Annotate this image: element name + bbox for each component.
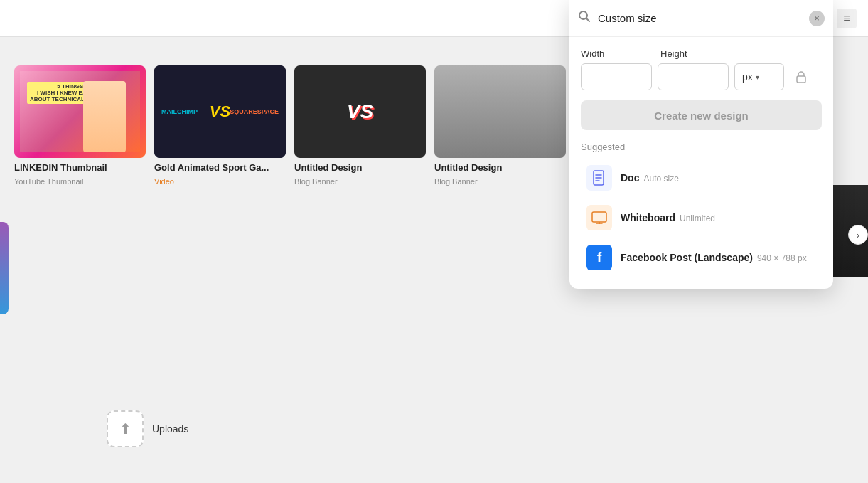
width-input[interactable] [581,63,652,90]
suggested-item-name: Whiteboard [621,212,675,223]
design-card[interactable]: 5 THINGSI WISH I KNEW EARLIERABOUT TECHN… [14,65,146,186]
unit-selector[interactable]: px ▾ [734,63,784,90]
upload-icon: ⬆ [119,420,132,437]
card-subtitle: Blog Banner [434,177,566,186]
width-label: Width [581,48,652,59]
card-title: LINKEDIN Thumbnail [14,162,146,173]
search-icon [578,10,591,26]
height-input[interactable] [658,63,729,90]
design-card[interactable]: mailchimp VS Squarespace Gold Animated S… [154,65,286,186]
suggested-item-facebook[interactable]: f Facebook Post (Landscape) 940 × 788 px [581,238,822,277]
svg-line-1 [586,18,590,22]
facebook-icon: f [586,245,612,270]
card-title: Untitled Design [294,162,426,173]
search-clear-button[interactable]: × [809,11,825,26]
design-card[interactable]: VS Untitled Design Blog Banner [294,65,426,186]
suggested-item-whiteboard[interactable]: Whiteboard Unlimited [581,198,822,238]
suggested-item-name: Doc [621,172,639,184]
suggested-label: Suggested [581,142,822,152]
card-thumbnail-gold: mailchimp VS Squarespace [154,65,286,158]
uploads-section[interactable]: ⬆ Uploads [107,410,188,447]
card-title: Untitled Design [434,162,566,173]
clear-icon: × [814,13,820,23]
size-inputs-row: px ▾ [581,63,822,90]
list-view-icon[interactable]: ≡ [837,9,857,28]
suggested-item-doc[interactable]: Doc Auto size [581,158,822,198]
card-title: Gold Animated Sport Ga... [154,162,286,173]
suggested-item-info: Doc Auto size [621,172,679,184]
unit-label: px [742,71,753,83]
uploads-label: Uploads [152,423,188,435]
search-bar: × [569,0,833,37]
suggested-item-info: Whiteboard Unlimited [621,212,715,223]
size-section: Width Height px ▾ [569,37,833,90]
chevron-down-icon: ▾ [756,73,759,81]
doc-icon [586,165,612,191]
suggested-item-meta: 940 × 788 px [757,253,807,263]
suggested-item-meta: Unlimited [680,213,715,223]
card-thumbnail-vs: VS [294,65,426,158]
whiteboard-icon [586,205,612,230]
nav-arrow-right[interactable]: › [848,225,868,245]
suggested-section: Suggested Doc Auto size [569,130,833,277]
suggested-item-name: Facebook Post (Landscape) [621,252,753,263]
card-subtitle: Blog Banner [294,177,426,186]
card-subtitle: Video [154,177,286,186]
create-new-design-button[interactable]: Create new design [581,100,822,130]
suggested-item-meta: Auto size [643,174,678,184]
height-label: Height [660,48,732,59]
card-thumbnail-linkedin: 5 THINGSI WISH I KNEW EARLIERABOUT TECHN… [14,65,146,158]
card-thumbnail-gray [434,65,566,158]
lock-aspect-button[interactable] [790,65,813,88]
svg-rect-7 [592,212,606,222]
card-subtitle: YouTube Thumbnail [14,177,146,186]
design-card[interactable]: Untitled Design Blog Banner [434,65,566,186]
svg-rect-2 [797,76,805,83]
suggested-item-info: Facebook Post (Landscape) 940 × 788 px [621,252,807,263]
upload-icon-box[interactable]: ⬆ [107,410,144,447]
search-input[interactable] [598,12,802,24]
size-labels: Width Height [581,48,822,59]
dropdown-panel: × Width Height px ▾ Create new design [569,0,833,289]
